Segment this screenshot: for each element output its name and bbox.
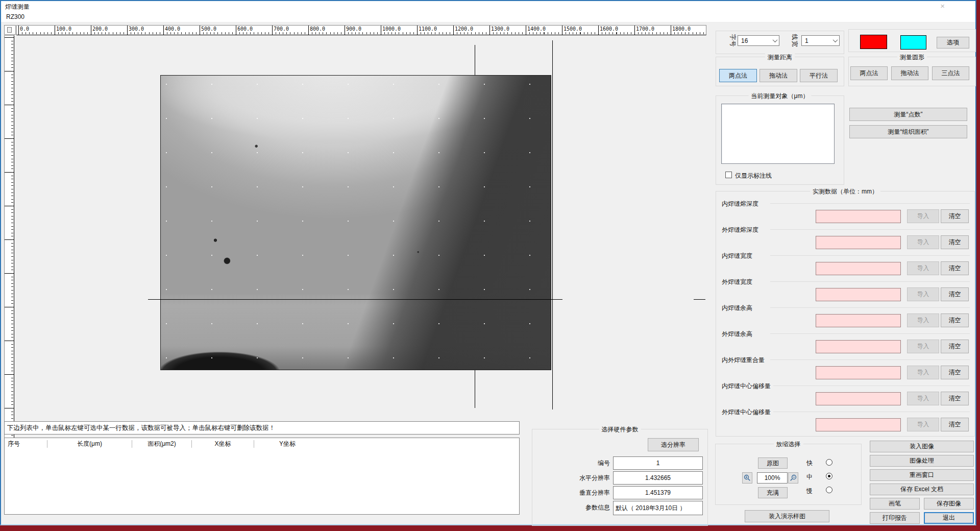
speed-option: 快 [802, 458, 853, 468]
table-column-header[interactable]: 长度(μm) [47, 440, 132, 448]
measured-data-label: 内焊缝中心偏移量 [722, 382, 773, 391]
import-button[interactable]: 导入 [907, 392, 939, 405]
measured-data-label: 外焊缝熔深度 [722, 226, 761, 234]
measured-value-input[interactable] [816, 340, 901, 353]
table-column-header[interactable]: X坐标 [192, 440, 254, 448]
load-image-button[interactable]: 装入图像 [870, 441, 974, 452]
measured-data-row: 内焊缝余高 导入 清空 [717, 304, 975, 330]
table-column-header[interactable]: 面积(μm2) [132, 440, 192, 448]
hardware-param-value[interactable]: 1.451379 [613, 486, 703, 499]
measured-data-row: 内焊缝中心偏移量 导入 清空 [717, 382, 975, 408]
clear-button[interactable]: 清空 [941, 209, 969, 223]
import-button[interactable]: 导入 [907, 209, 939, 223]
load-demo-image-button[interactable]: 装入演示样图 [745, 510, 829, 522]
exit-button[interactable]: 退出 [924, 512, 974, 524]
hardware-param-row: 编号 1 [532, 456, 707, 470]
table-column-header[interactable]: Y坐标 [254, 440, 321, 448]
measured-value-input[interactable] [816, 262, 901, 275]
measured-data-row: 内外焊缝重合量 导入 清空 [717, 356, 975, 382]
print-report-button[interactable]: 打印报告 [870, 512, 920, 524]
zoom-percent-field[interactable]: 100% [757, 472, 788, 484]
measured-data-label: 内焊缝余高 [722, 304, 755, 312]
speed-option: 慢 [802, 486, 853, 496]
import-button[interactable]: 导入 [907, 366, 939, 379]
client-area: 0.0100.0200.0300.0400.0500.0600.0700.080… [1, 22, 975, 524]
clear-button[interactable]: 清空 [941, 418, 969, 431]
menu-bar: RZ300 [1, 11, 975, 22]
redraw-window-button[interactable]: 重画窗口 [870, 469, 974, 481]
import-button[interactable]: 导入 [907, 418, 939, 431]
zoom-controls-title: 放缩选择 [774, 440, 803, 449]
measured-value-input[interactable] [816, 314, 901, 327]
import-button[interactable]: 导入 [907, 235, 939, 249]
clear-button[interactable]: 清空 [941, 392, 969, 405]
measured-data-row: 外焊缝余高 导入 清空 [717, 330, 975, 356]
hardware-param-value[interactable]: 1.432665 [613, 471, 703, 485]
row-divider [770, 281, 970, 282]
pen-button[interactable]: 画笔 [870, 498, 920, 510]
row-divider [770, 333, 970, 334]
measured-value-input[interactable] [816, 288, 901, 301]
measured-value-input[interactable] [816, 418, 901, 431]
hardware-param-label: 水平分辨率 [532, 474, 610, 482]
hardware-param-row: 垂直分辨率 1.451379 [532, 486, 707, 499]
radio-icon[interactable] [826, 459, 832, 466]
radio-icon[interactable] [826, 473, 832, 479]
zoom-in-icon[interactable] [742, 472, 752, 484]
hardware-params-group: 选择硬件参数 选分辨率 编号 1 水平分辨率 1.432665 垂直分辨率 1.… [532, 429, 708, 526]
import-button[interactable]: 导入 [907, 313, 939, 327]
window-title: 焊缝测量 [5, 3, 30, 11]
app-window: 焊缝测量 × RZ300 0.0100.0200.0300.0400.0500.… [0, 0, 976, 525]
measured-data-label: 内焊缝宽度 [722, 252, 755, 260]
measured-value-input[interactable] [816, 392, 901, 405]
speed-label: 慢 [806, 487, 813, 495]
measured-data-row: 内焊缝宽度 导入 清空 [717, 252, 975, 278]
measured-data-row: 外焊缝熔深度 导入 清空 [717, 226, 975, 252]
title-bar: 焊缝测量 × [1, 1, 975, 11]
measured-value-input[interactable] [816, 366, 901, 379]
import-button[interactable]: 导入 [907, 340, 939, 353]
hardware-param-label: 编号 [532, 459, 610, 468]
save-excel-button[interactable]: 保存 Excel 文档 [870, 484, 974, 495]
clear-button[interactable]: 清空 [941, 235, 969, 249]
measured-value-input[interactable] [816, 236, 901, 249]
clear-button[interactable]: 清空 [941, 366, 969, 379]
fit-window-button[interactable]: 充满 [758, 487, 788, 498]
row-divider [770, 307, 970, 308]
hardware-param-value[interactable]: 1 [613, 456, 703, 470]
results-table[interactable]: 序号长度(μm)面积(μm2)X坐标Y坐标 [4, 438, 520, 515]
hardware-param-row: 参数信息 默认（ 2018年3月10日 ） [532, 501, 707, 514]
table-column-header[interactable]: 序号 [5, 440, 47, 448]
measured-data-label: 外焊缝中心偏移量 [722, 408, 773, 417]
hardware-param-label: 垂直分辨率 [532, 489, 610, 497]
clear-button[interactable]: 清空 [941, 313, 969, 327]
zoom-controls-group: 放缩选择 原图 100% 充满 快 中 慢 [715, 444, 862, 505]
row-divider [770, 229, 970, 230]
clear-button[interactable]: 清空 [941, 340, 969, 353]
zoom-out-icon[interactable] [788, 472, 798, 484]
image-process-button[interactable]: 图像处理 [870, 455, 974, 467]
measured-data-row: 外焊缝宽度 导入 清空 [717, 278, 975, 304]
measured-data-label: 内焊缝熔深度 [722, 200, 761, 208]
import-button[interactable]: 导入 [907, 287, 939, 301]
measured-data-row: 内焊缝熔深度 导入 清空 [717, 200, 975, 226]
measured-data-label: 外焊缝余高 [722, 330, 755, 339]
import-button[interactable]: 导入 [907, 261, 939, 275]
close-icon[interactable]: × [940, 2, 945, 10]
speed-label: 快 [806, 459, 813, 468]
radio-icon[interactable] [826, 487, 832, 493]
clear-button[interactable]: 清空 [941, 287, 969, 301]
row-divider [770, 359, 970, 360]
save-image-button[interactable]: 保存图像 [924, 498, 974, 510]
row-divider [770, 255, 970, 256]
hardware-param-value[interactable]: 默认（ 2018年3月10日 ） [613, 501, 703, 515]
row-divider [770, 412, 970, 412]
original-size-button[interactable]: 原图 [758, 457, 788, 469]
measured-data-row: 外焊缝中心偏移量 导入 清空 [717, 408, 975, 434]
speed-option: 中 [802, 472, 853, 482]
measured-value-input[interactable] [816, 210, 901, 223]
menu-item[interactable]: RZ300 [1, 13, 30, 20]
hardware-param-label: 参数信息 [532, 503, 610, 512]
hint-bar: 下边列表中，单击鼠标左键可选中某一行数据，该数据可被导入；单击鼠标右键可删除该数… [4, 421, 520, 435]
clear-button[interactable]: 清空 [941, 261, 969, 275]
